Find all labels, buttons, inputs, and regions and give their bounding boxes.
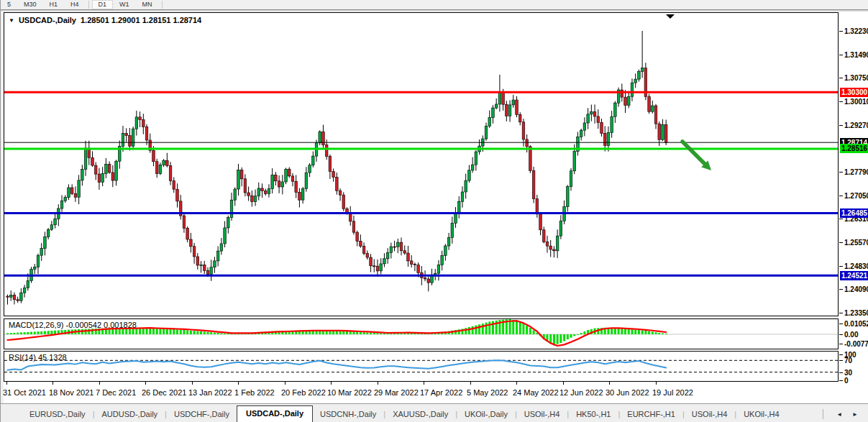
rsi-axis-label: 70 [844, 357, 852, 364]
candle-body [597, 116, 600, 122]
candle-body [298, 192, 301, 200]
price-tick-label: 1.29270 [844, 121, 868, 129]
candle-body [624, 97, 627, 105]
tab-separator [823, 409, 823, 419]
macd-histogram-bar [662, 334, 664, 334]
macd-axis-label: -0.00774 [844, 340, 868, 348]
tab-eurusd-daily[interactable]: EURUSD-,Daily [22, 407, 93, 422]
macd-histogram-bar [159, 329, 161, 334]
date-axis[interactable]: 31 Oct 202118 Nov 20217 Dec 202126 Dec 2… [4, 382, 839, 403]
tab-usoil-h4[interactable]: USOil-,H4 [517, 407, 567, 422]
candle-body [600, 122, 603, 133]
timeframe-button-d1[interactable]: D1 [92, 0, 114, 9]
macd-histogram-bar [526, 326, 528, 334]
macd-histogram-bar [214, 333, 216, 334]
candle-body [590, 112, 593, 114]
macd-histogram-bar [570, 334, 572, 338]
date-tick [238, 382, 239, 385]
price-tick [839, 125, 843, 126]
current-bar-marker-icon[interactable] [666, 14, 675, 19]
timeframe-button-h1[interactable]: H1 [43, 0, 65, 9]
macd-axis-tick [839, 324, 843, 324]
symbol-dropdown-icon[interactable]: ▼ [9, 17, 14, 24]
candle-body [559, 221, 562, 236]
date-tick [516, 382, 517, 385]
macd-histogram-bar [376, 333, 378, 334]
candle-body [587, 114, 590, 123]
date-tick [424, 382, 424, 385]
macd-histogram-bar [631, 329, 633, 334]
candle-body [142, 120, 145, 127]
date-label: 24 May 2022 [513, 388, 559, 397]
price-badge-1.24521: 1.24521 [840, 271, 868, 280]
candle-body [485, 126, 488, 139]
tab-usdchf-daily[interactable]: USDCHF-,Daily [167, 407, 237, 422]
candle-body [206, 270, 209, 274]
candle-body [468, 170, 471, 180]
candle-body [247, 193, 250, 196]
candle-body [356, 232, 359, 241]
macd-histogram-bar [488, 321, 490, 334]
candle-body [397, 242, 400, 247]
candle-body [366, 254, 369, 257]
candle-body [203, 265, 206, 270]
timeframe-button-w1[interactable]: W1 [113, 0, 136, 9]
candle-body [410, 261, 413, 265]
price-axis[interactable]: 1.322301.314901.307501.300101.292701.277… [839, 12, 868, 403]
macd-histogram-bar [217, 333, 219, 334]
candle-body [614, 103, 617, 116]
macd-histogram-bar [142, 328, 145, 334]
candle-body [275, 175, 278, 180]
tab-scroll-right-icon[interactable]: ► [852, 411, 858, 418]
tab-eurchf-h1[interactable]: EURCHF-,H1 [620, 407, 682, 422]
candle-body [506, 104, 508, 116]
tab-scroll-left-icon[interactable]: ◄ [836, 411, 842, 418]
macd-histogram-bar [180, 330, 182, 334]
macd-histogram-bar [37, 331, 39, 334]
candle-body [190, 239, 193, 247]
candle-body [427, 279, 430, 283]
macd-histogram-bar [193, 331, 196, 334]
trading-terminal-window: 5M30H1H4D1W1MN ▼ USDCAD-,Daily 1.28501 1… [0, 0, 868, 422]
timeframe-button-5[interactable]: 5 [1, 0, 17, 9]
candle-body [37, 255, 40, 267]
candle-body [17, 300, 19, 301]
main-chart-panel[interactable]: ▼ USDCAD-,Daily 1.28501 1.29001 1.28151 … [4, 12, 839, 316]
rsi-axis-tick [839, 372, 843, 373]
macd-axis-label: 0.01052 [844, 320, 868, 328]
rsi-indicator-panel[interactable]: RSI(14) 45.1328 [4, 351, 839, 382]
candle-body [325, 145, 328, 157]
macd-histogram-bar [156, 329, 158, 334]
candle-body [349, 214, 352, 221]
timeframe-button-m30[interactable]: M30 [17, 0, 43, 9]
trend-arrow-annotation[interactable] [682, 142, 711, 170]
macd-histogram-bar [204, 331, 206, 334]
macd-histogram-bar [10, 333, 12, 334]
tab-audusd-daily[interactable]: AUDUSD-,Daily [94, 407, 165, 422]
tab-usdcnh-daily[interactable]: USDCNH-,Daily [313, 407, 383, 422]
timeframe-button-h4[interactable]: H4 [64, 0, 86, 9]
candle-body [240, 170, 243, 179]
tab-xauusd-daily[interactable]: XAUUSD-,Daily [385, 407, 455, 422]
candle-body [441, 255, 444, 265]
price-tick-label: 1.30750 [844, 74, 868, 82]
candle-body [132, 129, 134, 146]
candle-body [390, 247, 393, 252]
tab-usoil-h4[interactable]: USOil-,H4 [685, 407, 735, 422]
candle-body [652, 106, 654, 111]
tab-ukoil-h4[interactable]: UKOil-,H4 [736, 407, 787, 422]
candle-body [264, 191, 267, 194]
tab-ukoil-daily[interactable]: UKOil-,Daily [457, 407, 515, 422]
macd-histogram-bar [366, 332, 368, 334]
timeframe-button-mn[interactable]: MN [136, 0, 159, 9]
date-tick [609, 382, 610, 385]
macd-indicator-panel[interactable]: MACD(12,26,9) -0.000542 0.001828 [4, 318, 839, 349]
candle-body [257, 188, 260, 196]
macd-histogram-bar [6, 333, 9, 334]
candle-body [447, 238, 450, 246]
macd-histogram-bar [655, 332, 657, 334]
tab-hk50-h1[interactable]: HK50-,H1 [569, 407, 618, 422]
date-label: 1 Feb 2022 [234, 388, 275, 397]
macd-histogram-bar [88, 329, 90, 334]
tab-usdcad-daily[interactable]: USDCAD-,Daily [237, 405, 313, 422]
